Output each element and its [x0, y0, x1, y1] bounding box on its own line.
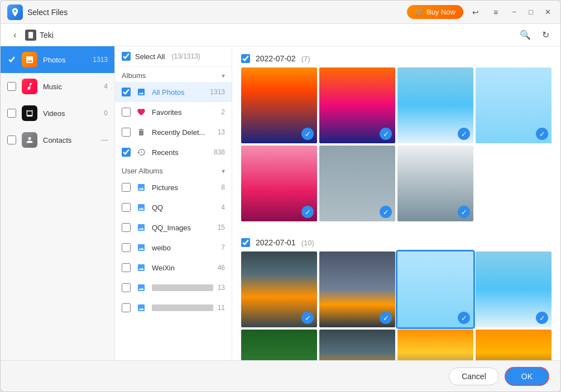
pictures-checkbox[interactable] [122, 183, 131, 192]
maximize-button[interactable]: □ [525, 6, 537, 18]
photo-thumb[interactable]: ✓ [241, 146, 317, 221]
album-recently-deleted[interactable]: Recently Delet... 13 [115, 122, 232, 142]
recents-checkbox[interactable] [122, 148, 131, 157]
close-icon: ✕ [545, 8, 551, 16]
refresh-icon: ↻ [542, 30, 549, 40]
weixin-checkbox[interactable] [122, 263, 131, 272]
recently-deleted-name: Recently Delet... [152, 128, 213, 137]
photo-thumb[interactable]: ✓ [319, 330, 395, 360]
photo-thumb[interactable]: ✓ [241, 251, 317, 327]
menu-button[interactable]: ≡ [488, 4, 504, 20]
photo-check: ✓ [301, 206, 314, 218]
photo-thumb[interactable]: ✓ [397, 330, 473, 360]
album-pictures[interactable]: Pictures 8 [115, 177, 232, 197]
select-all-count: (13/1313) [171, 52, 200, 60]
photo-check: ✓ [380, 128, 392, 140]
unknown2-name [152, 304, 213, 311]
date1-checkbox[interactable] [241, 54, 250, 63]
photo-thumb[interactable]: ✓ [319, 251, 395, 327]
photos-grid-2: ✓ ✓ ✓ ✓ ✓ ✓ [241, 251, 552, 360]
cancel-button[interactable]: Cancel [449, 367, 499, 385]
device-name: Teki [40, 31, 54, 40]
recents-count: 838 [214, 148, 225, 156]
album-unknown1[interactable]: 13 [115, 278, 232, 298]
nav-actions: 🔍 ↻ [517, 27, 554, 43]
sidebar-item-music[interactable]: Music 4 [1, 73, 114, 100]
album-qq[interactable]: QQ 4 [115, 197, 232, 217]
photo-thumb[interactable]: ✓ [397, 67, 473, 143]
contacts-checkbox[interactable] [7, 135, 16, 144]
album-favorites[interactable]: Favorites 2 [115, 102, 232, 122]
music-icon [22, 79, 37, 94]
back-button[interactable]: ‹ [7, 27, 23, 43]
search-icon: 🔍 [520, 30, 531, 40]
date2-checkbox[interactable] [241, 238, 250, 247]
recents-icon [135, 146, 147, 158]
undo-icon: ↩ [472, 8, 479, 17]
photo-thumb[interactable]: ✓ [476, 251, 552, 327]
albums-panel: Select All (13/1313) Albums ▾ All Photos… [115, 46, 232, 360]
user-albums-section-header[interactable]: User Albums ▾ [115, 162, 232, 177]
user-albums-section-arrow: ▾ [222, 167, 225, 175]
favorites-checkbox[interactable] [122, 108, 131, 117]
photo-thumb[interactable]: ✓ [397, 146, 473, 221]
ok-button[interactable]: OK [505, 367, 549, 386]
album-all-photos[interactable]: All Photos 1313 [115, 82, 232, 102]
albums-section-title: Albums [122, 71, 146, 80]
unknown1-checkbox[interactable] [122, 283, 131, 292]
all-photos-checkbox[interactable] [122, 88, 131, 96]
weixin-icon [135, 262, 147, 274]
albums-section-header[interactable]: Albums ▾ [115, 67, 232, 82]
sidebar-item-contacts[interactable]: Contacts — [1, 127, 114, 153]
photo-thumb[interactable]: ✓ [319, 146, 395, 221]
photo-check: ✓ [458, 312, 470, 324]
app-window: Select Files 🛒 Buy Now ↩ ≡ − □ ✕ [0, 0, 561, 392]
minimize-button[interactable]: − [508, 6, 520, 18]
album-weixin[interactable]: WeiXin 46 [115, 258, 232, 278]
album-unknown2[interactable]: 11 [115, 298, 232, 318]
close-button[interactable]: ✕ [541, 6, 554, 18]
photo-thumb[interactable]: ✓ [476, 330, 552, 360]
music-checkbox[interactable] [7, 82, 16, 91]
album-recents[interactable]: Recents 838 [115, 142, 232, 162]
music-count: 4 [104, 83, 108, 90]
sidebar-item-videos[interactable]: Videos 0 [1, 100, 114, 127]
photo-thumb[interactable]: ✓ [319, 67, 395, 143]
date-group-1: 2022-07-02 (7) ✓ ✓ ✓ ✓ [241, 46, 552, 221]
back-icon: ‹ [13, 30, 16, 40]
photos-icon [22, 52, 37, 67]
unknown1-count: 13 [218, 284, 225, 292]
qq-checkbox[interactable] [122, 203, 131, 212]
date-header-1: 2022-07-02 (7) [241, 46, 552, 67]
photos-panel: 2022-07-02 (7) ✓ ✓ ✓ ✓ [232, 46, 560, 360]
all-photos-icon [135, 86, 147, 98]
photo-thumb[interactable]: ✓ [397, 251, 473, 327]
videos-checkbox[interactable] [7, 109, 16, 118]
app-icon [7, 4, 23, 20]
search-button[interactable]: 🔍 [517, 27, 534, 43]
photo-thumb[interactable]: ✓ [476, 67, 552, 143]
pictures-icon [135, 181, 147, 193]
album-weibo[interactable]: weibo 7 [115, 238, 232, 258]
photos-label: Photos [43, 56, 87, 64]
qq-images-name: QQ_Images [152, 224, 213, 232]
undo-button[interactable]: ↩ [468, 4, 483, 20]
buy-now-button[interactable]: 🛒 Buy Now [407, 5, 463, 19]
qq-images-checkbox[interactable] [122, 223, 131, 232]
unknown2-icon [135, 302, 147, 314]
select-all-checkbox[interactable] [122, 52, 131, 61]
photo-thumb[interactable]: ✓ [241, 330, 317, 360]
weixin-count: 46 [218, 264, 225, 272]
all-photos-name: All Photos [152, 88, 205, 96]
photo-thumb[interactable]: ✓ [241, 67, 317, 143]
menu-icon: ≡ [493, 8, 498, 17]
photos-checkbox[interactable] [7, 55, 16, 64]
unknown2-checkbox[interactable] [122, 303, 131, 312]
qq-images-icon [135, 221, 147, 234]
weibo-checkbox[interactable] [122, 243, 131, 252]
recently-deleted-checkbox[interactable] [122, 128, 131, 137]
unknown1-name [152, 284, 213, 291]
refresh-button[interactable]: ↻ [537, 27, 554, 43]
sidebar-item-photos[interactable]: Photos 1313 [1, 46, 114, 73]
album-qq-images[interactable]: QQ_Images 15 [115, 217, 232, 238]
